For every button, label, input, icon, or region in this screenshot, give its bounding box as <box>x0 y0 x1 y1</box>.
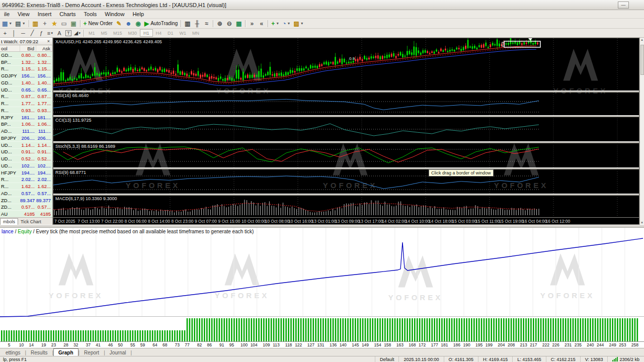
favorites-button[interactable]: ★ <box>50 19 59 28</box>
menu-window[interactable]: Window <box>101 10 128 18</box>
menu-view[interactable]: View <box>14 10 34 18</box>
watch-ask: 1.15... <box>36 66 52 71</box>
menu-insert[interactable]: Insert <box>34 10 56 18</box>
tile-windows-button[interactable]: ▦ <box>234 19 244 28</box>
zoom-out-button[interactable]: ⊖ <box>224 19 234 28</box>
watch-ask: 206.... <box>36 135 52 141</box>
arrows-tool[interactable]: ◢▼ <box>73 29 82 37</box>
watch-row[interactable]: R...0.87...0.87... <box>0 94 52 101</box>
watch-row[interactable]: UD...0.91...0.91... <box>0 149 52 156</box>
trade-number-label: 199 <box>486 342 493 347</box>
balance-graph-canvas[interactable] <box>0 228 644 342</box>
scrollbar-thumb[interactable] <box>640 45 644 75</box>
watch-row[interactable]: HFJPY194....194.... <box>0 169 52 176</box>
status-items: Default2025.10.15 00:00O: 4161.305H: 416… <box>375 356 608 362</box>
new-order-button[interactable]: +New Order <box>82 19 114 28</box>
chart-window-button[interactable]: ▥ <box>31 19 40 28</box>
menu-ile[interactable]: ile <box>0 10 14 18</box>
crosshair-mode-button[interactable]: + <box>40 19 50 28</box>
bar-chart-button[interactable]: ▥ <box>183 19 192 28</box>
watch-row[interactable]: R...1.77...1.77... <box>0 100 52 107</box>
accounts-button[interactable]: ☻ <box>124 19 133 28</box>
tab-results[interactable]: Results <box>26 349 52 356</box>
periods-button[interactable]: ◔▼ <box>281 19 292 28</box>
watch-row[interactable]: GD...0.80...0.80... <box>0 52 52 59</box>
timeframe-m5-button[interactable]: M5 <box>98 29 111 37</box>
line-chart-button[interactable]: ≈ <box>202 19 211 28</box>
auto-scroll-button[interactable]: » <box>247 19 257 28</box>
watch-row[interactable]: R...0.93...0.93... <box>0 107 52 114</box>
tab-journal[interactable]: Journal <box>105 349 131 356</box>
watch-row[interactable]: R...1.15...1.15... <box>0 66 52 73</box>
timeframe-w1-button[interactable]: W1 <box>177 29 190 37</box>
templates-button[interactable]: ▨▼ <box>292 19 305 28</box>
chart-shift-button[interactable]: « <box>257 19 266 28</box>
watch-row[interactable]: AD...111....111.... <box>0 128 52 135</box>
watch-ask: 1.62... <box>36 184 52 189</box>
autotrading-button[interactable]: ▶AutoTrading <box>143 19 179 28</box>
timeframe-mn-button[interactable]: MN <box>189 29 202 37</box>
watch-row[interactable]: UD...0.65...0.65... <box>0 86 52 94</box>
watch-row[interactable]: UD...0.52...0.52... <box>0 155 52 162</box>
candlestick-button[interactable]: ╫ <box>192 19 202 28</box>
watch-row[interactable]: AD...0.57...0.57... <box>0 190 52 197</box>
tab-ettings[interactable]: ettings <box>1 349 25 356</box>
trendline-tool[interactable]: ╱ <box>28 29 37 37</box>
channels-tool[interactable]: ≡▼ <box>46 29 55 37</box>
watch-row[interactable]: GDJPY156....156.... <box>0 72 52 79</box>
cursor-crosshair-tool[interactable]: + <box>1 29 10 37</box>
symbol-column-header[interactable]: ool <box>0 45 20 51</box>
timeframe-h1-button[interactable]: H1 <box>140 29 153 37</box>
vertical-line-tool[interactable]: │ <box>10 29 19 37</box>
tab-report[interactable]: Report <box>79 349 104 356</box>
watch-row[interactable]: ZD...0.57...0.57... <box>0 204 52 211</box>
text-tool[interactable]: A <box>55 29 64 37</box>
fibonacci-tool[interactable]: ƒ <box>37 29 46 37</box>
community-button[interactable]: ◉ <box>133 19 143 28</box>
watch-row[interactable]: RJPY181....181.... <box>0 114 52 121</box>
scroll-down-icon[interactable]: ▼ <box>640 221 643 225</box>
horizontal-line-tool[interactable]: ─ <box>19 29 28 37</box>
chart-window[interactable]: XAUUSD,H1 4240.265 4249.950 4236.425 424… <box>53 38 639 225</box>
text-label-tool[interactable]: T <box>64 29 73 37</box>
timeframe-m15-button[interactable]: M15 <box>110 29 125 37</box>
bid-column-header[interactable]: Bid <box>20 45 36 51</box>
watch-row[interactable]: ZD...89.34789.377 <box>0 197 52 204</box>
market-watch-tab-mbols[interactable]: mbols <box>0 218 18 225</box>
watch-row[interactable]: BP...1.06...1.06... <box>0 121 52 128</box>
trade-number-label: 158 <box>384 342 391 347</box>
tab-graph[interactable]: Graph <box>53 348 78 356</box>
menu-charts[interactable]: Charts <box>55 10 79 18</box>
watch-row[interactable]: BP...1.32...1.32... <box>0 59 52 66</box>
timeframe-h4-button[interactable]: H4 <box>153 29 165 37</box>
time-axis-label: 8 Oct 14:00 <box>148 219 170 224</box>
watch-row[interactable]: UD...102....102.... <box>0 162 52 169</box>
styles-button[interactable]: ✎ <box>114 19 124 28</box>
watch-row[interactable]: GD...1.40...1.40... <box>0 79 52 86</box>
zoom-in-icon: ⊕ <box>217 20 222 27</box>
new-chart-button[interactable]: ▦▼ <box>1 19 14 28</box>
indicators-button[interactable]: +▼ <box>270 19 281 28</box>
minimize-button[interactable]: — <box>618 2 629 9</box>
scroll-up-icon[interactable]: ▲ <box>640 38 643 42</box>
close-icon[interactable]: × <box>46 39 51 44</box>
menu-tools[interactable]: Tools <box>80 10 101 18</box>
zoom-in-button[interactable]: ⊕ <box>215 19 224 28</box>
timeframe-m1-button[interactable]: M1 <box>86 29 98 37</box>
vertical-scrollbar[interactable]: ▲ ▼ <box>639 38 644 225</box>
timeframe-m30-button[interactable]: M30 <box>125 29 140 37</box>
watch-row[interactable]: BPJPY206....206.... <box>0 135 52 142</box>
watch-row[interactable]: AU41854185 <box>0 211 52 217</box>
watch-row[interactable]: R...1.62...1.62... <box>0 183 52 190</box>
price-chart-canvas[interactable] <box>53 38 639 218</box>
watch-row[interactable]: UD...1.14...1.14... <box>0 142 52 149</box>
watch-row[interactable]: R...2.02...2.02... <box>0 176 52 184</box>
tester-window-button[interactable]: ▣ <box>69 19 78 28</box>
timeframe-d1-button[interactable]: D1 <box>165 29 177 37</box>
ask-column-header[interactable]: Ask <box>36 45 52 51</box>
market-watch-toggle-button[interactable]: ▭ <box>59 19 69 28</box>
profiles-button[interactable]: ▤▼ <box>14 19 27 28</box>
market-watch-tab-tick-chart[interactable]: Tick Chart <box>18 219 44 225</box>
menu-help[interactable]: Help <box>128 10 148 18</box>
watch-symbol: R... <box>0 66 20 71</box>
